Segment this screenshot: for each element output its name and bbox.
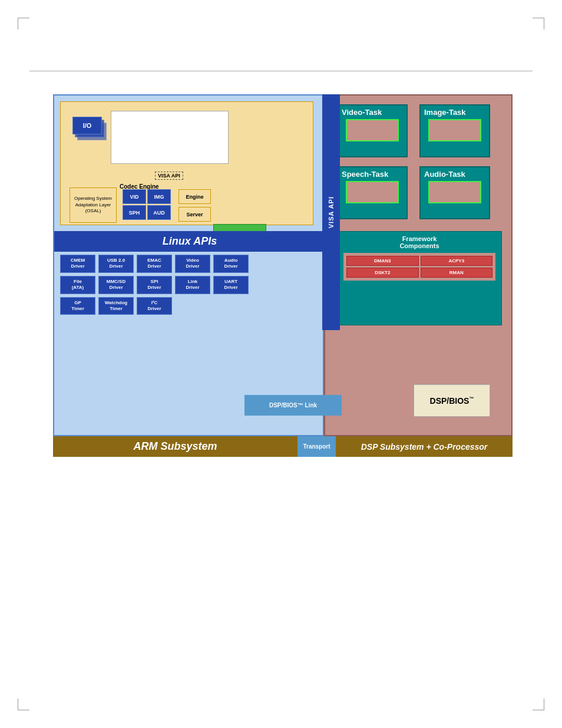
dsp-bios-label: DSP/BIOS™ <box>430 396 474 406</box>
bottom-labels: ARM Subsystem Transport DSP Subsystem + … <box>53 436 513 457</box>
driver-file: File(ATA) <box>60 276 95 294</box>
driver-i2c: I²CDriver <box>137 297 172 315</box>
speech-task-box: Speech-Task <box>337 166 408 219</box>
display-rect <box>111 111 229 164</box>
io-stack-card-1: I/O <box>72 117 102 134</box>
corner-mark-tr <box>533 18 544 29</box>
engine-block: Engine <box>178 189 211 204</box>
audio-task-label: Audio-Task <box>421 167 489 181</box>
corner-mark-tl <box>18 18 29 29</box>
image-task-label: Image-Task <box>421 106 489 119</box>
io-stack: I/O <box>72 117 102 155</box>
codec-cell-vid: VID <box>123 189 146 204</box>
driver-uart: UARTDriver <box>213 276 249 294</box>
framework-inner: DMAN3 ACPY3 DSKT2 RMAN <box>343 253 495 281</box>
speech-task-inner <box>346 181 399 203</box>
top-rule <box>29 71 533 71</box>
framework-row-1: DMAN3 ACPY3 <box>346 256 492 266</box>
driver-row-1: CMEMDriver USB 2.0Driver EMACDriver Vide… <box>60 255 319 273</box>
video-task-inner <box>346 119 399 141</box>
drivers-area: CMEMDriver USB 2.0Driver EMACDriver Vide… <box>60 255 319 318</box>
dsp-subsystem-area: Video-Task Image-Task Speech-Task Audio-… <box>324 94 513 436</box>
codec-area: I/O VISA API Codec Engine Operating Syst… <box>60 101 313 225</box>
image-task-inner <box>428 119 481 141</box>
corner-mark-br <box>533 699 544 710</box>
linux-apis-bar: Linux APIs <box>54 231 325 252</box>
codec-cell-sph: SPH <box>123 205 146 220</box>
fw-cell-rman: RMAN <box>421 268 493 278</box>
dspbios-link-label: DSP/BIOS™ Link <box>269 402 317 409</box>
linux-apis-label: Linux APIs <box>163 235 217 248</box>
codec-grid: VID IMG SPH AUD <box>123 189 171 220</box>
audio-task-box: Audio-Task <box>419 166 490 219</box>
driver-row-2: File(ATA) MMC/SDDriver SPIDriver LinkDri… <box>60 276 319 294</box>
visa-api-bar: VISA API <box>322 94 340 330</box>
framework-components-area: FrameworkComponents DMAN3 ACPY3 DSKT2 RM… <box>337 231 502 325</box>
arm-subsystem-label: ARM Subsystem <box>53 436 297 457</box>
video-task-box: Video-Task <box>337 104 408 157</box>
fw-cell-acpy: ACPY3 <box>421 256 493 266</box>
driver-emac: EMACDriver <box>137 255 172 273</box>
transport-label: Transport <box>297 436 336 457</box>
driver-audio: AudioDriver <box>213 255 249 273</box>
fw-cell-dman: DMAN3 <box>346 256 419 266</box>
driver-link: LinkDriver <box>175 276 210 294</box>
speech-task-label: Speech-Task <box>338 167 406 181</box>
driver-gp: GPTimer <box>60 297 95 315</box>
driver-row-3: GPTimer WatchdogTimer I²CDriver <box>60 297 319 315</box>
driver-usb: USB 2.0Driver <box>98 255 134 273</box>
corner-mark-bl <box>18 699 29 710</box>
driver-spi: SPIDriver <box>137 276 172 294</box>
image-task-box: Image-Task <box>419 104 490 157</box>
arm-subsystem-area: I/O VISA API Codec Engine Operating Syst… <box>53 94 324 436</box>
codec-cell-img: IMG <box>147 189 171 204</box>
framework-row-2: DSKT2 RMAN <box>346 268 492 278</box>
audio-task-inner <box>428 181 481 203</box>
dsp-bios-box: DSP/BIOS™ <box>414 384 490 417</box>
codec-cell-aud: AUD <box>147 205 171 220</box>
dsp-subsystem-label: DSP Subsystem + Co-Processor <box>336 436 513 457</box>
fw-cell-dskt: DSKT2 <box>346 268 419 278</box>
video-task-label: Video-Task <box>338 106 406 119</box>
visa-api-dashed-label: VISA API <box>155 172 183 180</box>
driver-mmcsd: MMC/SDDriver <box>98 276 134 294</box>
driver-cmem: CMEMDriver <box>60 255 95 273</box>
driver-video: VideoDriver <box>175 255 210 273</box>
visa-api-bar-label: VISA API <box>328 196 335 228</box>
framework-title: FrameworkComponents <box>338 232 501 253</box>
dspbios-link-bar: DSP/BIOS™ Link <box>244 395 342 416</box>
io-label: I/O <box>73 117 101 134</box>
driver-watchdog: WatchdogTimer <box>98 297 134 315</box>
server-block: Server <box>178 207 211 222</box>
osal-block: Operating System Adaptation Layer (OSAL) <box>70 187 117 223</box>
